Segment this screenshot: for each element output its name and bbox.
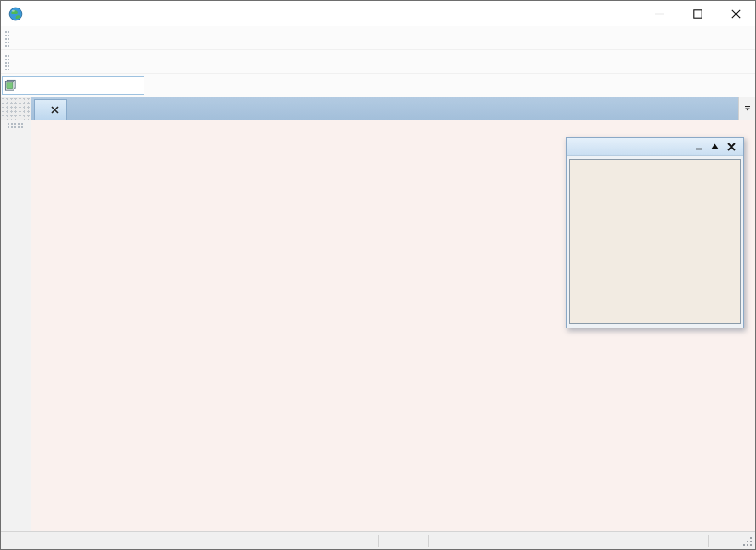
resize-grip[interactable]: [742, 536, 753, 547]
tab-grip-zone: [1, 97, 31, 120]
status-coordinates: [429, 532, 635, 549]
tab-list-button[interactable]: [738, 97, 755, 120]
tab-close-icon: [51, 106, 59, 114]
navigator-title-bar[interactable]: [567, 138, 743, 156]
title-bar: [1, 1, 755, 26]
toolstrip-grip[interactable]: [7, 122, 25, 128]
status-ready: [1, 532, 378, 549]
tab-bar: [1, 97, 755, 120]
maximize-icon: [693, 9, 702, 19]
toolbar-grip[interactable]: [3, 53, 9, 70]
tab-list-icon: [742, 104, 753, 114]
navigator-body: [567, 156, 743, 327]
maximize-button[interactable]: [679, 1, 717, 26]
status-bar: [1, 531, 755, 549]
toolbar-layer: [1, 73, 755, 97]
navigator-pin-button[interactable]: [708, 140, 722, 154]
close-icon: [731, 9, 741, 19]
toolbar-main: [1, 49, 755, 73]
navigator-close-icon: [727, 143, 736, 151]
layer-combobox[interactable]: [2, 76, 144, 95]
app-window: [0, 0, 756, 550]
status-scale: [635, 532, 708, 549]
navigator-close-button[interactable]: [724, 140, 738, 154]
menu-grip[interactable]: [3, 30, 9, 47]
menu-bar: [1, 26, 755, 49]
minimize-button[interactable]: [640, 1, 679, 26]
navigator-panel[interactable]: [566, 137, 744, 328]
close-button[interactable]: [717, 1, 755, 26]
navigator-minimap[interactable]: [569, 159, 741, 324]
map-viewport: [31, 120, 755, 531]
window-controls: [640, 1, 755, 26]
map-tool-strip: [1, 120, 31, 531]
navigator-minimize-icon: [695, 143, 703, 151]
minimize-icon: [655, 9, 664, 19]
navigator-pin-icon: [710, 143, 719, 151]
tab-close-button[interactable]: [51, 106, 59, 114]
layer-combo-icon: [4, 79, 17, 92]
navigator-minimize-button[interactable]: [691, 140, 706, 154]
app-globe-icon: [8, 7, 23, 21]
tab-map[interactable]: [34, 99, 67, 120]
